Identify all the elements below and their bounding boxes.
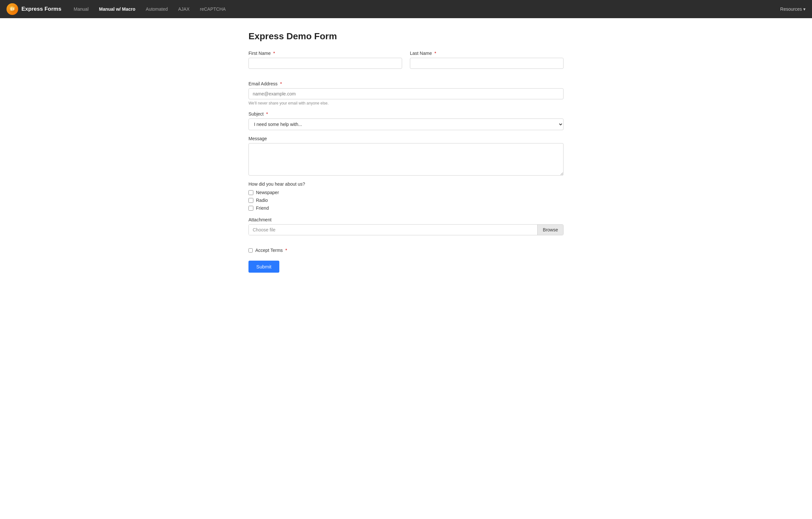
subject-required: * [266,111,268,117]
checkbox-newspaper[interactable]: Newspaper [249,190,563,195]
hear-about-us-checkboxes: Newspaper Radio Friend [249,190,563,211]
subject-select[interactable]: I need some help with... General Inquiry… [249,119,563,130]
resources-button[interactable]: Resources ▾ [780,6,806,12]
message-group: Message [249,136,563,176]
checkbox-radio[interactable]: Radio [249,198,563,203]
hear-about-us-group: How did you hear about us? Newspaper Rad… [249,181,563,211]
file-input-wrapper: Choose file Browse [249,224,563,235]
page-title: Express Demo Form [249,31,563,41]
brand-icon: EF [6,3,18,15]
checkbox-friend[interactable]: Friend [249,206,563,211]
subject-label: Subject * [249,111,563,117]
message-textarea[interactable] [249,143,563,176]
accept-terms-required: * [285,248,287,253]
nav-link-manual[interactable]: Manual [69,4,93,14]
first-name-required: * [273,51,275,56]
last-name-label: Last Name * [410,51,563,56]
nav-link-automated[interactable]: Automated [141,4,172,14]
email-group: Email Address * We'll never share your e… [249,81,563,105]
name-row: First Name * Last Name * [249,51,563,75]
navbar-right: Resources ▾ [780,6,806,12]
first-name-group: First Name * [249,51,402,69]
hear-about-us-label: How did you hear about us? [249,181,563,187]
message-label: Message [249,136,563,141]
subject-group: Subject * I need some help with... Gener… [249,111,563,130]
nav-link-recaptcha[interactable]: reCAPTCHA [196,4,230,14]
submit-button[interactable]: Submit [249,261,279,273]
accept-terms-label: Accept Terms * [255,248,287,253]
first-name-label: First Name * [249,51,402,56]
demo-form: First Name * Last Name * Email Address *… [249,51,563,273]
email-input[interactable] [249,88,563,99]
checkbox-friend-input[interactable] [249,206,253,211]
attachment-label: Attachment [249,217,563,222]
attachment-group: Attachment Choose file Browse [249,217,563,242]
last-name-group: Last Name * [410,51,563,69]
accept-terms-row: Accept Terms * [249,248,563,253]
email-required: * [280,81,282,86]
last-name-required: * [435,51,436,56]
navbar: EF Express Forms Manual Manual w/ Macro … [0,0,812,18]
last-name-input[interactable] [410,58,563,69]
nav-links: Manual Manual w/ Macro Automated AJAX re… [69,4,780,14]
first-name-input[interactable] [249,58,402,69]
svg-text:EF: EF [10,7,15,11]
main-content: Express Demo Form First Name * Last Name… [235,31,577,273]
email-label: Email Address * [249,81,563,86]
chevron-down-icon: ▾ [803,6,806,12]
nav-link-manual-macro[interactable]: Manual w/ Macro [94,4,140,14]
file-browse-button[interactable]: Browse [537,224,563,235]
accept-terms-checkbox[interactable] [249,248,253,252]
nav-link-ajax[interactable]: AJAX [174,4,194,14]
brand-logo[interactable]: EF Express Forms [6,3,61,15]
brand-title: Express Forms [22,6,61,12]
checkbox-radio-input[interactable] [249,198,253,203]
email-help-text: We'll never share your email with anyone… [249,101,563,105]
file-input-placeholder: Choose file [249,224,537,235]
checkbox-newspaper-input[interactable] [249,190,253,195]
